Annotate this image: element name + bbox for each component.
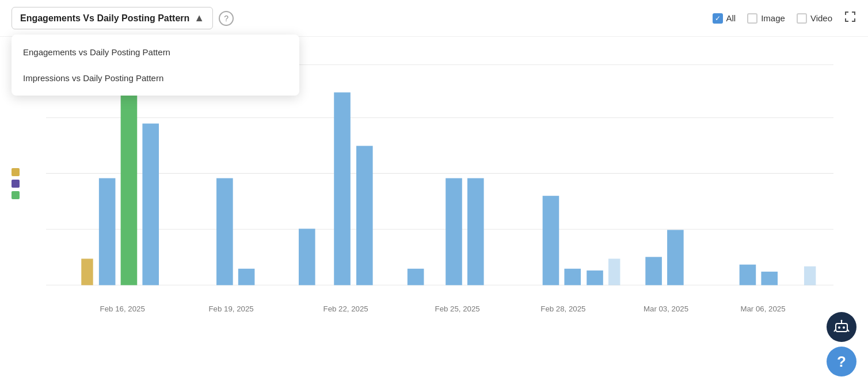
svg-rect-32: [740, 265, 756, 286]
svg-rect-18: [216, 178, 233, 286]
dropdown-item-engagements[interactable]: Engagements vs Daily Posting Pattern: [12, 39, 299, 65]
chart-area: Engagements Pins 0 2 4 6 0: [0, 53, 868, 364]
svg-rect-14: [81, 258, 93, 285]
chart-svg: 0 2 4 6 0 5 10 15 25: [46, 59, 833, 324]
header: Engagements Vs Daily Posting Pattern ▲ ?…: [0, 0, 868, 37]
video-checkbox[interactable]: [797, 13, 807, 24]
left-saves-square: [12, 168, 20, 176]
bot-icon: [833, 319, 850, 335]
svg-text:Feb 19, 2025: Feb 19, 2025: [208, 305, 253, 313]
svg-rect-24: [446, 178, 462, 286]
svg-text:Feb 25, 2025: Feb 25, 2025: [435, 305, 480, 313]
image-checkbox[interactable]: [747, 13, 757, 24]
chat-bot-button[interactable]: [827, 312, 856, 342]
svg-rect-25: [467, 178, 484, 286]
svg-text:Feb 16, 2025: Feb 16, 2025: [100, 305, 145, 313]
svg-rect-27: [564, 269, 581, 286]
svg-point-47: [841, 320, 843, 322]
left-legend: [12, 168, 20, 199]
svg-point-44: [838, 326, 840, 329]
svg-rect-23: [408, 269, 424, 286]
help-icon[interactable]: ?: [219, 11, 234, 26]
svg-rect-31: [667, 230, 684, 285]
svg-rect-17: [142, 124, 159, 286]
help-button[interactable]: ?: [827, 347, 856, 376]
svg-rect-29: [608, 258, 620, 285]
chart-type-dropdown[interactable]: Engagements Vs Daily Posting Pattern ▲: [12, 7, 213, 29]
image-label: Image: [761, 13, 785, 23]
left-clicks-square: [12, 191, 20, 199]
svg-rect-19: [238, 269, 255, 286]
dropdown-menu: Engagements vs Daily Posting Pattern Imp…: [12, 35, 299, 96]
svg-rect-34: [804, 267, 816, 286]
video-label: Video: [810, 13, 832, 23]
svg-rect-20: [299, 229, 315, 285]
svg-text:Mar 03, 2025: Mar 03, 2025: [644, 305, 688, 313]
filter-image[interactable]: Image: [747, 13, 785, 24]
help-icon-label: ?: [837, 353, 846, 371]
left-outbound-square: [12, 180, 20, 188]
svg-rect-21: [334, 92, 351, 285]
fullscreen-button[interactable]: [844, 10, 856, 26]
svg-line-48: [834, 329, 836, 332]
all-label: All: [726, 13, 736, 23]
svg-rect-43: [836, 324, 847, 332]
header-right: All Image Video: [713, 10, 856, 26]
dropdown-item-impressions[interactable]: Impressions vs Daily Posting Pattern: [12, 65, 299, 91]
filter-all[interactable]: All: [713, 13, 736, 24]
svg-text:Mar 06, 2025: Mar 06, 2025: [740, 305, 785, 313]
header-left: Engagements Vs Daily Posting Pattern ▲ ?: [12, 7, 234, 29]
svg-rect-30: [645, 257, 662, 285]
svg-point-45: [843, 326, 845, 329]
all-checkbox[interactable]: [713, 13, 723, 24]
svg-rect-33: [761, 272, 778, 285]
chart-type-label: Engagements Vs Daily Posting Pattern: [20, 13, 189, 24]
svg-text:Feb 22, 2025: Feb 22, 2025: [323, 305, 368, 313]
svg-rect-28: [587, 271, 603, 286]
svg-text:Feb 28, 2025: Feb 28, 2025: [540, 305, 585, 313]
svg-rect-22: [356, 146, 373, 285]
svg-rect-26: [543, 196, 559, 285]
chevron-up-icon: ▲: [194, 12, 204, 24]
chart-container: 0 2 4 6 0 5 10 15 25: [46, 59, 833, 324]
svg-rect-16: [121, 65, 138, 286]
filter-video[interactable]: Video: [797, 13, 832, 24]
svg-rect-15: [99, 178, 116, 286]
